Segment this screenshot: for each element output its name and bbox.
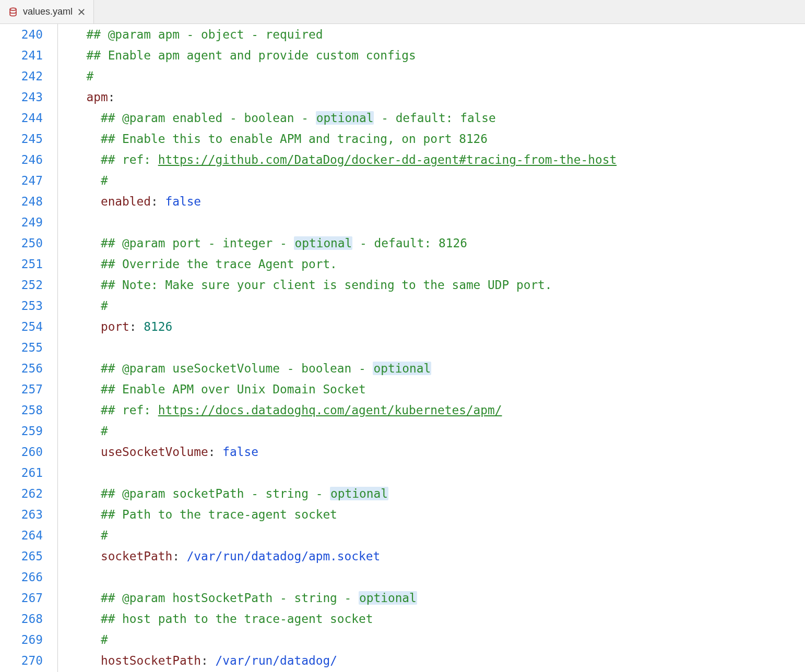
line-number: 241 bbox=[0, 45, 43, 66]
code-line[interactable]: ## Note: Make sure your client is sendin… bbox=[72, 274, 805, 295]
line-number: 264 bbox=[0, 525, 43, 546]
code-line[interactable]: ## ref: https://docs.datadoghq.com/agent… bbox=[72, 400, 805, 421]
line-number: 249 bbox=[0, 212, 43, 233]
line-number: 263 bbox=[0, 504, 43, 525]
line-number: 262 bbox=[0, 483, 43, 504]
line-number: 253 bbox=[0, 295, 43, 316]
line-number: 246 bbox=[0, 149, 43, 170]
code-line[interactable]: enabled: false bbox=[72, 191, 805, 212]
code-line[interactable]: port: 8126 bbox=[72, 316, 805, 337]
line-number: 260 bbox=[0, 441, 43, 462]
svg-point-0 bbox=[10, 8, 16, 10]
code-line[interactable]: ## Enable APM over Unix Domain Socket bbox=[72, 379, 805, 400]
editor[interactable]: 2402412422432442452462472482492502512522… bbox=[0, 24, 805, 672]
code-line[interactable]: # bbox=[72, 525, 805, 546]
line-number: 252 bbox=[0, 274, 43, 295]
tab-filename: values.yaml bbox=[23, 6, 73, 17]
code-line[interactable] bbox=[72, 462, 805, 483]
code-line[interactable]: ## Enable apm agent and provide custom c… bbox=[72, 45, 805, 66]
line-number: 248 bbox=[0, 191, 43, 212]
line-number: 247 bbox=[0, 170, 43, 191]
code-line[interactable]: ## @param useSocketVolume - boolean - op… bbox=[72, 358, 805, 379]
line-number: 256 bbox=[0, 358, 43, 379]
code-line[interactable]: # bbox=[72, 66, 805, 87]
line-number-gutter: 2402412422432442452462472482492502512522… bbox=[0, 24, 54, 672]
line-number: 267 bbox=[0, 587, 43, 608]
line-number: 261 bbox=[0, 462, 43, 483]
line-number: 242 bbox=[0, 66, 43, 87]
code-line[interactable] bbox=[72, 567, 805, 587]
tab-bar: values.yaml bbox=[0, 0, 805, 24]
code-line[interactable]: ## Override the trace Agent port. bbox=[72, 254, 805, 274]
line-number: 268 bbox=[0, 608, 43, 629]
code-line[interactable]: # bbox=[72, 295, 805, 316]
line-number: 269 bbox=[0, 629, 43, 650]
code-line[interactable]: useSocketVolume: false bbox=[72, 441, 805, 462]
code-line[interactable]: ## @param port - integer - optional - de… bbox=[72, 233, 805, 254]
fold-ruler bbox=[54, 24, 72, 672]
line-number: 266 bbox=[0, 567, 43, 587]
tab-values-yaml[interactable]: values.yaml bbox=[0, 0, 94, 23]
close-icon[interactable] bbox=[78, 8, 85, 16]
code-line[interactable]: ## @param apm - object - required bbox=[72, 24, 805, 45]
code-line[interactable]: ## ref: https://github.com/DataDog/docke… bbox=[72, 149, 805, 170]
code-line[interactable]: hostSocketPath: /var/run/datadog/ bbox=[72, 650, 805, 671]
code-line[interactable]: ## host path to the trace-agent socket bbox=[72, 608, 805, 629]
line-number: 258 bbox=[0, 400, 43, 421]
line-number: 245 bbox=[0, 128, 43, 149]
code-line[interactable] bbox=[72, 337, 805, 358]
line-number: 243 bbox=[0, 87, 43, 107]
code-line[interactable] bbox=[72, 212, 805, 233]
line-number: 254 bbox=[0, 316, 43, 337]
line-number: 265 bbox=[0, 546, 43, 567]
code-line[interactable]: # bbox=[72, 421, 805, 441]
line-number: 270 bbox=[0, 650, 43, 671]
line-number: 250 bbox=[0, 233, 43, 254]
code-line[interactable]: # bbox=[72, 170, 805, 191]
line-number: 255 bbox=[0, 337, 43, 358]
line-number: 259 bbox=[0, 421, 43, 441]
line-number: 240 bbox=[0, 24, 43, 45]
line-number: 257 bbox=[0, 379, 43, 400]
database-icon bbox=[8, 7, 18, 17]
line-number: 251 bbox=[0, 254, 43, 274]
code-line[interactable]: ## Enable this to enable APM and tracing… bbox=[72, 128, 805, 149]
line-number: 244 bbox=[0, 107, 43, 128]
code-line[interactable]: ## Path to the trace-agent socket bbox=[72, 504, 805, 525]
code-line[interactable]: ## @param enabled - boolean - optional -… bbox=[72, 107, 805, 128]
code-area[interactable]: ## @param apm - object - required ## Ena… bbox=[72, 24, 805, 672]
code-line[interactable]: ## @param hostSocketPath - string - opti… bbox=[72, 587, 805, 608]
code-line[interactable]: apm: bbox=[72, 87, 805, 107]
code-line[interactable]: ## @param socketPath - string - optional bbox=[72, 483, 805, 504]
code-line[interactable]: # bbox=[72, 629, 805, 650]
code-line[interactable]: socketPath: /var/run/datadog/apm.socket bbox=[72, 546, 805, 567]
